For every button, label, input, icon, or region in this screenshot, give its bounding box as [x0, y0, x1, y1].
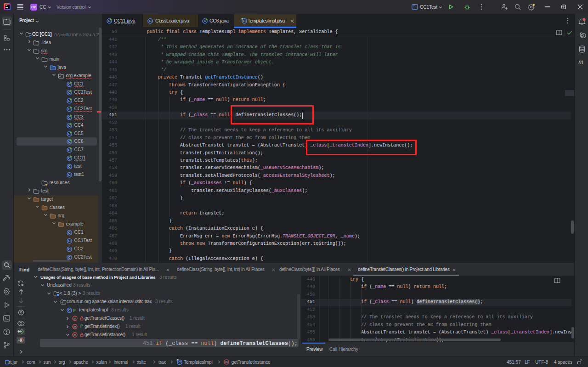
svg-text:C: C [68, 255, 71, 260]
svg-text:m: m [74, 325, 76, 328]
svg-text:m: m [74, 333, 76, 337]
svg-text:C: C [68, 308, 71, 312]
svg-text:C: C [243, 19, 246, 23]
svg-text:C: C [68, 247, 71, 251]
svg-text:C: C [68, 239, 71, 243]
svg-text:C: C [178, 360, 181, 364]
svg-text:m: m [225, 361, 228, 364]
svg-text:C: C [68, 231, 71, 235]
svg-text:C: C [68, 173, 71, 177]
svg-text:m: m [74, 317, 76, 320]
svg-text:C: C [68, 164, 71, 169]
svg-text:C: C [149, 19, 152, 23]
